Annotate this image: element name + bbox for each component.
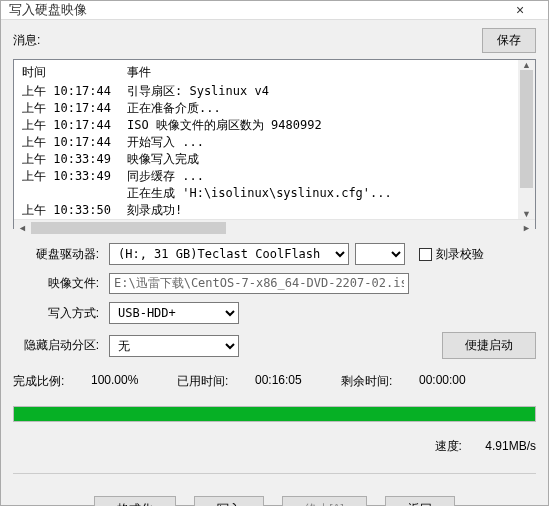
log-body: 上午 10:17:44引导扇区: Syslinux v4上午 10:17:44正… xyxy=(14,83,535,219)
form-area: 硬盘驱动器: (H:, 31 GB)Teclast CoolFlash 8.07… xyxy=(13,243,536,367)
dialog-window: 写入硬盘映像 × 消息: 保存 时间 事件 上午 10:17:44引导扇区: S… xyxy=(0,0,549,506)
log-event: 正在准备介质... xyxy=(127,100,221,117)
titlebar: 写入硬盘映像 × xyxy=(1,1,548,20)
image-label: 映像文件: xyxy=(13,275,103,292)
back-button[interactable]: 返回 xyxy=(385,496,455,506)
verify-label: 刻录校验 xyxy=(436,246,484,263)
done-ratio-value: 100.00% xyxy=(91,373,171,390)
log-header: 时间 事件 xyxy=(14,60,535,83)
method-label: 写入方式: xyxy=(13,305,103,322)
scroll-thumb-y[interactable] xyxy=(520,70,533,188)
content-area: 消息: 保存 时间 事件 上午 10:17:44引导扇区: Syslinux v… xyxy=(1,20,548,506)
elapsed-label: 已用时间: xyxy=(177,373,249,390)
write-button[interactable]: 写入 xyxy=(194,496,264,506)
log-box: 时间 事件 上午 10:17:44引导扇区: Syslinux v4上午 10:… xyxy=(13,59,536,229)
speed-label: 速度: xyxy=(435,439,462,453)
log-row: 上午 10:17:44正在准备介质... xyxy=(22,100,527,117)
drive-select[interactable]: (H:, 31 GB)Teclast CoolFlash 8.07 xyxy=(109,243,349,265)
scroll-thumb-x[interactable] xyxy=(31,222,226,234)
window-title: 写入硬盘映像 xyxy=(9,1,500,19)
log-time: 上午 10:17:44 xyxy=(22,117,127,134)
log-row: 上午 10:33:50刻录成功! xyxy=(22,202,527,219)
stats-row: 完成比例: 100.00% 已用时间: 00:16:05 剩余时间: 00:00… xyxy=(13,373,536,390)
log-event: 正在生成 'H:\isolinux\syslinux.cfg'... xyxy=(127,185,392,202)
format-button[interactable]: 格式化 xyxy=(94,496,176,506)
done-ratio-label: 完成比例: xyxy=(13,373,85,390)
log-row: 正在生成 'H:\isolinux\syslinux.cfg'... xyxy=(22,185,527,202)
save-button[interactable]: 保存 xyxy=(482,28,536,53)
progress-fill xyxy=(14,407,535,421)
drive-select-extra[interactable] xyxy=(355,243,405,265)
log-row: 上午 10:17:44开始写入 ... xyxy=(22,134,527,151)
verify-checkbox[interactable] xyxy=(419,248,432,261)
log-event: 映像写入完成 xyxy=(127,151,199,168)
remain-value: 00:00:00 xyxy=(419,373,499,390)
scroll-up-icon[interactable]: ▲ xyxy=(518,60,535,70)
log-row: 上午 10:17:44ISO 映像文件的扇区数为 9480992 xyxy=(22,117,527,134)
log-time: 上午 10:17:44 xyxy=(22,83,127,100)
log-time: 上午 10:33:50 xyxy=(22,202,127,219)
verify-checkbox-wrap[interactable]: 刻录校验 xyxy=(419,246,484,263)
log-event: 开始写入 ... xyxy=(127,134,204,151)
col-event-header: 事件 xyxy=(127,64,151,81)
log-time: 上午 10:33:49 xyxy=(22,151,127,168)
abort-button[interactable]: 终止[A] xyxy=(282,496,367,506)
image-field[interactable] xyxy=(109,273,409,294)
scrollbar-horizontal[interactable]: ◄ ► xyxy=(14,219,535,236)
log-row: 上午 10:33:49同步缓存 ... xyxy=(22,168,527,185)
log-time xyxy=(22,185,127,202)
remain-label: 剩余时间: xyxy=(341,373,413,390)
log-time: 上午 10:33:49 xyxy=(22,168,127,185)
speed-row: 速度: 4.91MB/s xyxy=(13,438,536,455)
scroll-down-icon[interactable]: ▼ xyxy=(518,209,535,219)
message-row: 消息: 保存 xyxy=(13,28,536,53)
message-label: 消息: xyxy=(13,32,474,49)
speed-value: 4.91MB/s xyxy=(485,439,536,453)
col-time-header: 时间 xyxy=(22,64,127,81)
drive-label: 硬盘驱动器: xyxy=(13,246,103,263)
divider xyxy=(13,473,536,474)
scroll-track-x[interactable] xyxy=(31,220,518,236)
button-row: 格式化 写入 终止[A] 返回 xyxy=(13,496,536,506)
hidden-label: 隐藏启动分区: xyxy=(13,337,103,354)
log-event: ISO 映像文件的扇区数为 9480992 xyxy=(127,117,322,134)
log-time: 上午 10:17:44 xyxy=(22,134,127,151)
scroll-right-icon[interactable]: ► xyxy=(518,220,535,236)
method-select[interactable]: USB-HDD+ xyxy=(109,302,239,324)
scroll-track-y[interactable] xyxy=(518,70,535,209)
scroll-left-icon[interactable]: ◄ xyxy=(14,220,31,236)
log-row: 上午 10:17:44引导扇区: Syslinux v4 xyxy=(22,83,527,100)
log-event: 刻录成功! xyxy=(127,202,182,219)
scrollbar-vertical[interactable]: ▲ ▼ xyxy=(518,60,535,219)
elapsed-value: 00:16:05 xyxy=(255,373,335,390)
log-event: 同步缓存 ... xyxy=(127,168,204,185)
close-icon[interactable]: × xyxy=(500,2,540,18)
boot-button[interactable]: 便捷启动 xyxy=(442,332,536,359)
log-event: 引导扇区: Syslinux v4 xyxy=(127,83,269,100)
progress-bar xyxy=(13,406,536,422)
log-row: 上午 10:33:49映像写入完成 xyxy=(22,151,527,168)
hidden-select[interactable]: 无 xyxy=(109,335,239,357)
log-time: 上午 10:17:44 xyxy=(22,100,127,117)
